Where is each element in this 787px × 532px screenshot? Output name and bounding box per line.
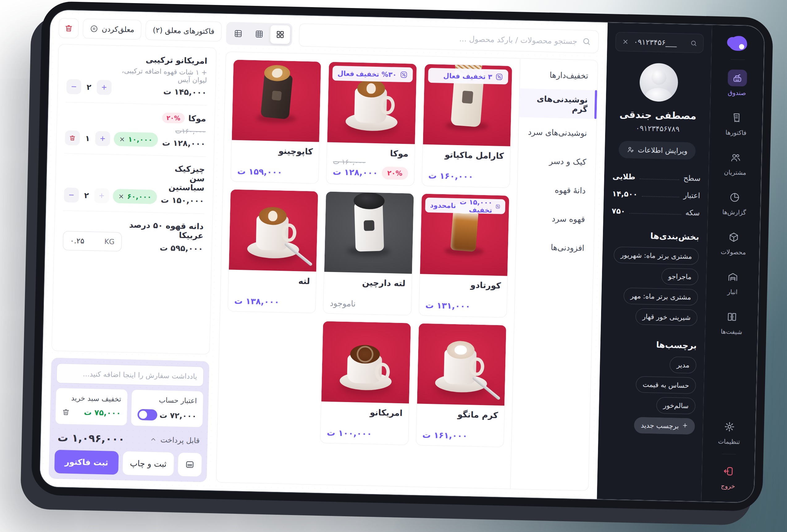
product-card[interactable]: ۱۵,۰۰۰ ت تخفیف نامحدود کورتادو ۱۳۱,۰۰۰ ت	[419, 193, 509, 317]
payable-label-group[interactable]: قابل پرداخت	[150, 435, 200, 445]
cart-item-text: موکا ۲۰% ۱۶۰,۰۰۰ت ۱۲۸,۰۰۰ ت	[162, 112, 206, 148]
card-payment-button[interactable]	[178, 453, 202, 477]
cart-panel: معلق‌کردن فاکتورهای معلق (۲) امریکانو تر…	[48, 18, 217, 482]
segments-chips: مشتری برتر ماه: شهریور ماجراجو مشتری برت…	[609, 246, 699, 326]
clear-cart-button[interactable]	[59, 18, 79, 38]
plus-icon	[98, 192, 105, 199]
product-card[interactable]: امریکانو ۱۰۰,۰۰۰ ت	[320, 321, 411, 445]
category-item[interactable]: نوشیدنی‌های سرد	[518, 117, 596, 148]
tag-chip[interactable]: سالم‌خور	[656, 397, 696, 414]
category-label: دانۀ قهوه	[555, 185, 586, 195]
segment-chip-label: ماجراجو	[668, 273, 692, 281]
category-item[interactable]: نوشیدنی‌های گرم	[519, 88, 597, 119]
account-credit-card: اعتبار حساب ۷۲,۰۰۰ ت	[131, 390, 203, 427]
order-note-input[interactable]	[56, 363, 204, 386]
product-card[interactable]: %۳۰ تخفیف فعال موکا ۱۶۰,۰۰۰ ت ۱۲۸,۰۰۰ ت …	[326, 62, 417, 185]
product-name: لته	[235, 275, 310, 286]
product-card[interactable]: لته دارچین ناموجود	[323, 191, 414, 315]
segment-chip[interactable]: مشتری برتر ماه: مهر	[623, 287, 698, 305]
category-item[interactable]: کیک و دسر	[518, 146, 596, 176]
sidebar-item[interactable]: صندوق	[727, 69, 747, 97]
submit-invoice-button[interactable]: ثبت فاکتور	[55, 450, 119, 475]
customer-phone: ۰۹۱۲۳۴۵۶۷۸۹	[613, 123, 702, 134]
sidebar-item[interactable]: مشتریان	[724, 149, 747, 177]
customer-stat-row: سطح طلایی	[613, 172, 701, 182]
cart-item-qty: ۲	[85, 83, 93, 92]
payable-label: قابل پرداخت	[160, 435, 200, 445]
remove-discount-button[interactable]	[62, 408, 70, 416]
tag-chip-label: مدیر	[676, 361, 689, 369]
cart-item-controls: ۲ × ۶۰,۰۰۰	[64, 187, 157, 204]
receipt-icon	[726, 109, 746, 126]
sidebar-item[interactable]: انبار	[723, 269, 743, 296]
increase-qty-button[interactable]	[97, 80, 112, 95]
tag-chip[interactable]: مدیر	[669, 357, 697, 374]
category-item[interactable]: دانۀ قهوه	[517, 174, 595, 205]
product-price: ۱۳۸,۰۰۰ ت	[234, 296, 279, 307]
customer-phone-search[interactable]	[615, 32, 704, 53]
weight-unit: KG	[104, 238, 114, 246]
dense-grid-view-button[interactable]	[249, 25, 269, 44]
category-item[interactable]: افزودنی‌ها	[516, 232, 594, 263]
sidebar-item-settings[interactable]: تنظیمات	[718, 418, 740, 446]
item-discount-value: ۱۰,۰۰۰	[128, 135, 153, 144]
sidebar-item[interactable]: محصولات	[721, 228, 746, 256]
sidebar-item[interactable]: فاکتورها	[725, 109, 747, 137]
category-item[interactable]: تخفیف‌دارها	[519, 60, 598, 90]
card-grid-view-button[interactable]	[270, 25, 290, 44]
multiply-icon: ×	[119, 135, 125, 143]
submit-print-button[interactable]: ثبت و چاپ	[122, 451, 174, 476]
sidebar-item-logout[interactable]: خروج	[719, 463, 738, 490]
segment-chip[interactable]: ماجراجو	[661, 268, 698, 285]
product-price: ۱۰۰,۰۰۰ ت	[327, 428, 372, 439]
product-image: ۳ تخفیف فعال	[423, 64, 512, 146]
add-tag-chip[interactable]: برچسب جدید	[634, 417, 695, 435]
increase-qty-button[interactable]	[95, 131, 110, 146]
segment-chip[interactable]: شیرینی خور قهار	[635, 308, 697, 326]
category-label: نوشیدنی‌های گرم	[529, 94, 588, 114]
nav-bottom: تنظیمات خروج	[717, 418, 740, 490]
trash-icon	[69, 134, 76, 141]
shifts-icon	[722, 308, 742, 326]
decrease-qty-button[interactable]	[66, 79, 82, 94]
customer-phone-input[interactable]	[634, 38, 686, 48]
card-grid-icon	[276, 30, 285, 40]
product-card[interactable]: لته ۱۳۸,۰۰۰ ت	[228, 189, 318, 313]
tag-chip[interactable]: حساس به قیمت	[636, 376, 696, 394]
hold-invoice-button[interactable]: معلق‌کردن	[83, 19, 142, 40]
sidebar-item[interactable]: گزارش‌ها	[722, 189, 747, 217]
box-icon	[724, 229, 743, 246]
category-label: قهوه سرد	[552, 214, 585, 224]
product-card[interactable]: کاپوچینو ۱۵۹,۰۰۰ ت	[230, 59, 321, 183]
product-card[interactable]: ۳ تخفیف فعال کارامل ماکیاتو ۱۶۰,۰۰۰ ت	[422, 64, 512, 188]
decrease-qty-button[interactable]	[64, 187, 79, 203]
plus-icon	[682, 422, 688, 430]
sidebar-item[interactable]: شیفت‌ها	[721, 308, 743, 336]
segment-chip-label: شیرینی خور قهار	[642, 313, 690, 322]
remove-item-button[interactable]	[65, 130, 80, 146]
table-view-button[interactable]	[228, 24, 248, 43]
cart-item: موکا ۲۰% ۱۶۰,۰۰۰ت ۱۲۸,۰۰۰ ت ۱ × ۱۰,۰۰۰	[64, 102, 207, 157]
cart-discount-value: ۷۵,۰۰۰ ت	[84, 408, 121, 418]
tag-chip-label: حساس به قیمت	[642, 381, 689, 389]
product-info: امریکانو ۱۰۰,۰۰۰ ت	[321, 401, 409, 445]
cart-item-controls: ۲	[66, 79, 112, 95]
plus-icon	[99, 135, 106, 142]
increase-qty-button[interactable]	[94, 188, 109, 203]
cart-item-price: ۱۵۰,۰۰۰ ت	[161, 195, 204, 205]
product-card[interactable]: کرم مانگو ۱۶۱,۰۰۰ ت	[416, 323, 507, 447]
discount-badge-state: فعال	[337, 69, 354, 77]
credit-toggle[interactable]	[137, 409, 157, 421]
edit-info-button[interactable]: ویرایش اطلاعات	[619, 141, 696, 160]
held-invoices-button[interactable]: فاکتورهای معلق (۲)	[146, 20, 222, 42]
product-info: لته دارچین ناموجود	[323, 272, 412, 315]
nav-item-label: مشتریان	[724, 169, 747, 177]
product-search[interactable]	[299, 23, 599, 53]
weight-input[interactable]: ۰.۲۵ KG	[63, 231, 122, 251]
cart-item-price: ۱۲۸,۰۰۰ ت	[162, 138, 206, 148]
product-search-input[interactable]	[307, 30, 577, 46]
product-status: ناموجود	[330, 298, 356, 308]
segment-chip[interactable]: مشتری برتر ماه: شهریور	[614, 247, 699, 265]
category-item[interactable]: قهوه سرد	[516, 203, 595, 234]
held-invoices-label: فاکتورهای معلق (۲)	[153, 26, 214, 36]
